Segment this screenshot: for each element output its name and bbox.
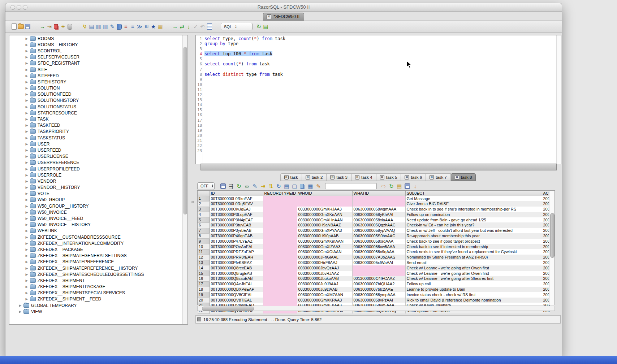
tree-item[interactable]: ▶TASKPRIORITY [9,129,187,135]
expand-icon[interactable]: ▶ [18,310,22,313]
grid-cell[interactable]: 00T3000000Q8rugEAB [210,271,263,276]
tree-item[interactable]: ▶SITE [9,66,187,73]
sql-editor[interactable]: 1234567891011121314151617181920212223 se… [195,35,561,164]
tree-item[interactable]: ▶ROOMS [9,35,187,42]
table-row[interactable]: 1600T3000000Q8sauEAB0033000000JbukoAAB00… [198,276,550,281]
tree-item[interactable]: ▶ZKFEDEX__SHIPMATEPREFERENCE__HISTORY [9,265,187,271]
row-number-cell[interactable]: 20 [198,298,210,303]
grid-cell[interactable]: 00630000005xfWaAAI [352,260,405,265]
grid-cell[interactable]: 00T3000000P3yrbEAB [210,228,263,233]
sort-columns-icon[interactable]: ⇅ [267,183,274,190]
tree-item[interactable]: ▶ZKFEDEX__SHIPMENTPACKAGE [9,284,187,290]
save-file-icon[interactable] [24,23,31,30]
filter-sort-icon[interactable]: ⇶ [228,183,234,190]
row-number-cell[interactable]: 3 [198,207,210,212]
tree-item[interactable]: ▶W50_GROUP [9,197,187,203]
grid-cell[interactable] [263,233,297,239]
tree-item[interactable]: ▶W50_INVOICE__HISTORY [9,222,187,228]
edit-table-icon[interactable]: ▦ [157,23,164,30]
grid-cell[interactable]: 006300000058x9qAAA [352,249,405,255]
grid-cell[interactable]: 0033000000Ju9J9AAJ [297,281,352,287]
tree-item[interactable]: ▶USERPREFERENCE [9,160,187,166]
grid-cell[interactable]: 00T3000000Q8sauEAB [210,276,263,281]
tree-scrollbar[interactable] [182,35,187,324]
expand-icon[interactable]: ▶ [25,235,29,239]
grid-cell[interactable]: Check-in w/ Jeff - couldn't afford last … [405,228,542,233]
column-header[interactable]: WHOID [297,191,352,196]
commit-icon[interactable]: ✓ [192,23,199,30]
database-tree-panel[interactable]: ▶ROOMS▶ROOMS__HISTORY▶SCONTROL▶SELFSERVI… [9,35,188,325]
row-number-cell[interactable]: 9 [198,239,210,244]
grid-cell[interactable]: 0033000000GmXHJAA3 [297,207,352,212]
row-number-cell[interactable]: 1 [198,196,210,202]
grid-cell[interactable]: Rick to email David & reference Delmonte… [405,298,542,303]
grid-cell[interactable]: 200 [542,201,550,207]
column-header[interactable]: AC [542,191,550,196]
grid-cell[interactable]: Check back to see if good target prospec… [405,239,542,244]
grid-cell[interactable]: 00630000007A3bZAAS [352,255,405,260]
results-grid[interactable]: IDRECORDTYPEIDWHOIDWHATIDSUBJECTAC100T30… [197,190,555,305]
result-tab-close-icon[interactable]: ✕ [306,175,310,179]
editor-code-area[interactable]: select type, count(*) from taskgroup by … [203,35,561,164]
result-tab-close-icon[interactable]: ✕ [405,175,409,179]
grid-cell[interactable]: 006300000058yPzAAI [352,298,405,303]
table-row[interactable]: 700T3000000P3yrbEAB0033000000GmXPYAA3006… [198,228,550,233]
grid-cell[interactable]: 00630000005S0bnAAC [352,233,405,239]
result-tab[interactable]: ✕task 3 [327,173,351,181]
grid-cell[interactable]: Send email [405,260,542,265]
expand-icon[interactable]: ▶ [25,285,29,289]
results-search-input[interactable] [325,183,377,189]
grid-cell[interactable]: 0013000000C4fFCAAZ [352,276,405,281]
grid-cell[interactable]: Check nexis to see if they've found a re… [405,249,542,255]
grid-cell[interactable]: Follow up call [405,281,542,287]
refresh-connections-icon[interactable]: ↻ [255,23,262,30]
grid-cell[interactable]: Follow-up on nomination [405,212,542,217]
grid-cell[interactable]: 0033000000H9aNBAAZ [297,222,352,228]
tree-item[interactable]: ▶ZKFEDEX__SHIPMATEPREFERENCE [9,259,187,265]
grid-cell[interactable] [352,201,405,207]
grid-cell[interactable]: 200 [542,276,550,281]
expand-icon[interactable]: ▶ [25,49,29,53]
row-number-cell[interactable]: 18 [198,287,210,292]
expand-icon[interactable]: ▶ [25,80,29,84]
expand-icon[interactable]: ▶ [25,266,29,270]
tree-item[interactable]: ▶GLOBAL TEMPORARY [9,302,187,308]
grid-cell[interactable]: 006300000058xlaAAA [352,217,405,223]
tree-item[interactable]: ▶WEBLINK [9,228,187,234]
reload-query-icon[interactable]: ↻ [275,183,282,190]
row-number-cell[interactable]: 10 [198,244,210,250]
row-number-cell[interactable]: 19 [198,292,210,298]
table-row[interactable]: 2000T3000000QV8TjEAL0033000000GmXKPAA300… [198,298,550,303]
grid-cell[interactable]: Invoice status check - check w/ RS first [405,292,542,298]
sql-mode-select-stepper-icon[interactable]: ▲▼ [235,25,237,29]
grid-cell[interactable]: 200 [542,217,550,223]
grid-cell[interactable]: 0033000000JbukoAAB [297,276,352,281]
grid-cell[interactable]: 200 [542,207,550,212]
go-to-row-icon[interactable]: ⇨ [380,183,387,190]
tree-item[interactable]: ▶SOLUTION [9,85,187,91]
grid-cell[interactable]: 200 [542,196,550,202]
grid-cell[interactable]: 00T3000000PRR8rEAH [210,255,263,260]
go-icon[interactable]: → [172,23,178,30]
expand-icon[interactable]: ▶ [25,130,29,133]
row-number-cell[interactable]: 5 [198,217,210,223]
result-tab[interactable]: ✕task 7 [426,173,451,181]
expand-icon[interactable]: ▶ [25,260,29,264]
tree-item[interactable]: ▶VIEW [9,308,187,315]
grid-cell[interactable]: 00T3000000P47LYEAZ [210,239,263,244]
table-row[interactable]: 1700T3000000QAeJbEAL0033000000Ju9J9AAJ00… [198,281,550,287]
result-tab-close-icon[interactable]: ✕ [355,175,359,179]
describe-results-icon[interactable]: ▤ [283,183,290,190]
favorites-icon[interactable]: ★ [150,23,157,30]
tree-item[interactable]: ▶ZKFEDEX__CUSTOMADDRESSSOURCE [9,234,187,240]
copy-results-icon[interactable] [300,184,304,188]
import-data-icon[interactable]: ▥ [102,23,109,30]
grid-cell[interactable]: 200 [542,255,550,260]
grid-cell[interactable] [263,255,297,260]
grid-cell[interactable]: 0033000000JFhGlAAL [297,255,352,260]
grid-cell[interactable] [352,265,405,271]
expand-icon[interactable]: ▶ [25,161,29,164]
expand-icon[interactable]: ▶ [25,105,29,109]
grid-cell[interactable] [263,244,297,250]
grid-cell[interactable] [263,222,297,228]
